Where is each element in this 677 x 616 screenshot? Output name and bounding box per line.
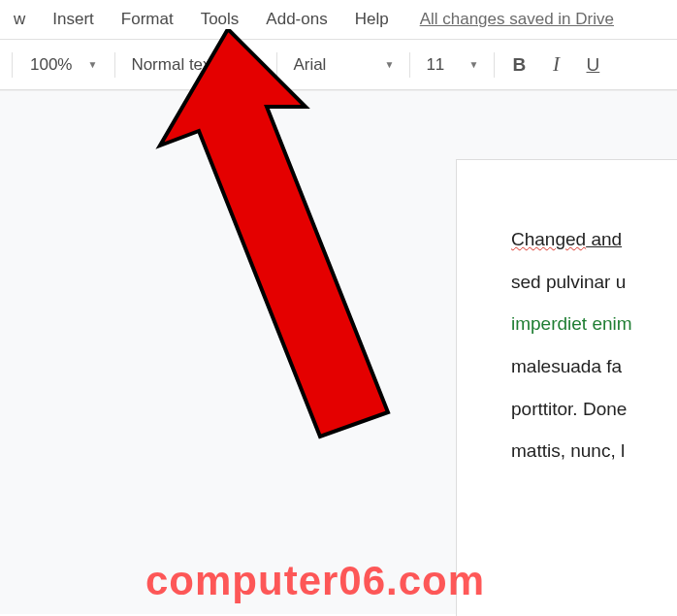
chevron-down-icon: ▼ <box>221 59 231 70</box>
doc-line-3: imperdiet enim <box>511 303 677 345</box>
doc-text: and <box>586 229 622 249</box>
font-size-select[interactable]: 11 ▼ <box>418 55 486 75</box>
editor-canvas[interactable]: Changed and sed pulvinar u imperdiet eni… <box>0 90 677 614</box>
toolbar-separator <box>409 52 410 78</box>
menubar: w Insert Format Tools Add-ons Help All c… <box>0 0 677 40</box>
menu-insert[interactable]: Insert <box>39 6 108 33</box>
underline-button[interactable]: U <box>576 54 609 76</box>
doc-line-1: Changed and <box>511 218 677 261</box>
toolbar: 100% ▼ Normal text ▼ Arial ▼ 11 ▼ B I U <box>0 40 677 90</box>
zoom-value: 100% <box>30 55 72 75</box>
chevron-down-icon: ▼ <box>384 59 394 70</box>
bold-button[interactable]: B <box>502 54 535 76</box>
zoom-select[interactable]: 100% ▼ <box>20 55 107 75</box>
save-status[interactable]: All changes saved in Drive <box>420 10 614 29</box>
menu-view[interactable]: w <box>0 6 39 33</box>
menu-help[interactable]: Help <box>341 6 403 33</box>
doc-line-6: mattis, nunc, l <box>511 430 677 472</box>
doc-line-4: malesuada fa <box>511 345 677 388</box>
italic-button[interactable]: I <box>539 52 572 77</box>
chevron-down-icon: ▼ <box>468 59 478 70</box>
font-family-select[interactable]: Arial ▼ <box>285 55 402 75</box>
menu-format[interactable]: Format <box>108 6 187 33</box>
doc-line-5: porttitor. Done <box>511 388 677 431</box>
toolbar-separator <box>114 52 115 78</box>
doc-text: Changed <box>511 229 586 249</box>
toolbar-separator <box>276 52 277 78</box>
watermark-text: computer06.com <box>145 558 485 604</box>
document-page[interactable]: Changed and sed pulvinar u imperdiet eni… <box>456 159 677 616</box>
paragraph-style-select[interactable]: Normal text ▼ <box>123 55 269 75</box>
menu-addons[interactable]: Add-ons <box>252 6 340 33</box>
toolbar-separator <box>494 52 495 78</box>
menu-tools[interactable]: Tools <box>187 6 253 33</box>
font-size-value: 11 <box>426 55 444 75</box>
font-family-value: Arial <box>293 55 326 75</box>
doc-line-2: sed pulvinar u <box>511 261 677 304</box>
toolbar-separator <box>12 52 13 78</box>
chevron-down-icon: ▼ <box>87 59 97 70</box>
paragraph-style-value: Normal text <box>131 55 215 75</box>
